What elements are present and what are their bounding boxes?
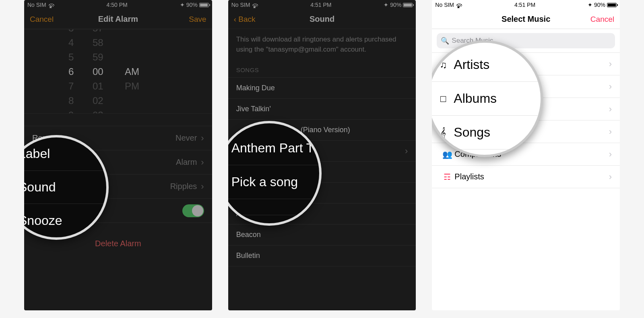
battery-text: 90% xyxy=(390,2,401,8)
back-label: Back xyxy=(238,15,255,23)
wifi-icon xyxy=(456,3,462,7)
chevron-left-icon: ‹ xyxy=(234,15,236,23)
status-bar: No SIM 4:51 PM ✦ 90% xyxy=(228,0,416,10)
screen-sound: No SIM 4:51 PM ✦ 90% ‹ Back Sound This w… xyxy=(228,0,416,310)
navbar: Select Music Cancel xyxy=(432,10,620,29)
mag-item: Anthem Part T xyxy=(228,131,319,165)
bluetooth-icon: ✦ xyxy=(180,2,185,8)
time-picker[interactable]: 3456789 57585900010203 AMPM xyxy=(24,29,212,114)
picker-hour-column[interactable]: 3456789 xyxy=(68,29,74,114)
bluetooth-icon: ✦ xyxy=(384,2,388,8)
picker-minute-column[interactable]: 57585900010203 xyxy=(93,29,103,114)
bluetooth-icon: ✦ xyxy=(588,2,592,8)
cancel-button[interactable]: Cancel xyxy=(30,15,62,24)
chevron-right-icon: › xyxy=(609,104,612,114)
wifi-icon xyxy=(49,3,54,7)
battery-text: 90% xyxy=(186,2,198,8)
wifi-icon xyxy=(252,3,258,7)
song-row[interactable]: Making Due xyxy=(228,78,416,99)
search-icon: 🔍 xyxy=(441,37,449,45)
album-icon: □ xyxy=(433,93,454,104)
label-value: Alarm xyxy=(176,158,197,167)
status-time: 4:50 PM xyxy=(54,2,180,8)
chevron-right-icon: › xyxy=(201,133,204,143)
ringtone-row[interactable]: Beacon xyxy=(228,224,416,245)
sound-value: Ripples xyxy=(170,182,197,191)
save-button[interactable]: Save xyxy=(174,15,206,24)
chevron-right-icon: › xyxy=(201,157,204,168)
songs-header: SONGS xyxy=(228,57,416,77)
status-bar: No SIM 4:50 PM ✦ 90% xyxy=(24,0,212,10)
ringtone-row[interactable]: Bulletin xyxy=(228,245,416,266)
cancel-button[interactable]: Cancel xyxy=(582,15,614,24)
navbar: Cancel Edit Alarm Save xyxy=(24,10,212,29)
chevron-right-icon: › xyxy=(609,149,612,160)
status-bar: No SIM 4:51 PM ✦ 90% xyxy=(432,0,620,10)
repeat-value: Never xyxy=(175,133,197,143)
playlist-icon: ☶ xyxy=(440,172,454,182)
battery-icon xyxy=(199,3,209,7)
screen-select-music: No SIM 4:51 PM ✦ 90% Select Music Cancel… xyxy=(432,0,620,310)
download-description: This will download all ringtones and ale… xyxy=(228,29,416,57)
mag-item: □ Albums xyxy=(432,82,541,116)
playlists-row[interactable]: ☶ Playlists › xyxy=(432,166,620,188)
chevron-right-icon: › xyxy=(609,81,612,92)
battery-text: 90% xyxy=(594,2,605,8)
screen-edit-alarm: No SIM 4:50 PM ✦ 90% Cancel Edit Alarm S… xyxy=(24,0,212,310)
compilation-icon: 👥 xyxy=(440,150,454,159)
back-button[interactable]: ‹ Back xyxy=(234,15,266,24)
chevron-right-icon: › xyxy=(201,181,204,192)
chevron-right-icon: › xyxy=(609,59,612,69)
carrier-text: No SIM xyxy=(27,2,46,8)
status-time: 4:51 PM xyxy=(462,2,588,8)
carrier-text: No SIM xyxy=(231,2,250,8)
battery-icon xyxy=(403,3,413,7)
mag-item: Sound xyxy=(24,171,106,204)
page-title: Edit Alarm xyxy=(62,15,174,24)
chevron-right-icon: › xyxy=(405,146,408,156)
chevron-right-icon: › xyxy=(609,172,612,182)
battery-icon xyxy=(607,3,617,7)
status-time: 4:51 PM xyxy=(258,2,384,8)
song-row[interactable]: Jive Talkin' xyxy=(228,99,416,120)
page-title: Sound xyxy=(266,15,378,24)
chevron-right-icon: › xyxy=(609,127,612,137)
page-title: Select Music xyxy=(470,15,582,24)
mag-item: Pick a song xyxy=(228,165,319,199)
navbar: ‹ Back Sound xyxy=(228,10,416,29)
carrier-text: No SIM xyxy=(435,2,454,8)
picker-ampm-column[interactable]: AMPM xyxy=(125,64,139,94)
snooze-toggle[interactable] xyxy=(182,204,204,217)
